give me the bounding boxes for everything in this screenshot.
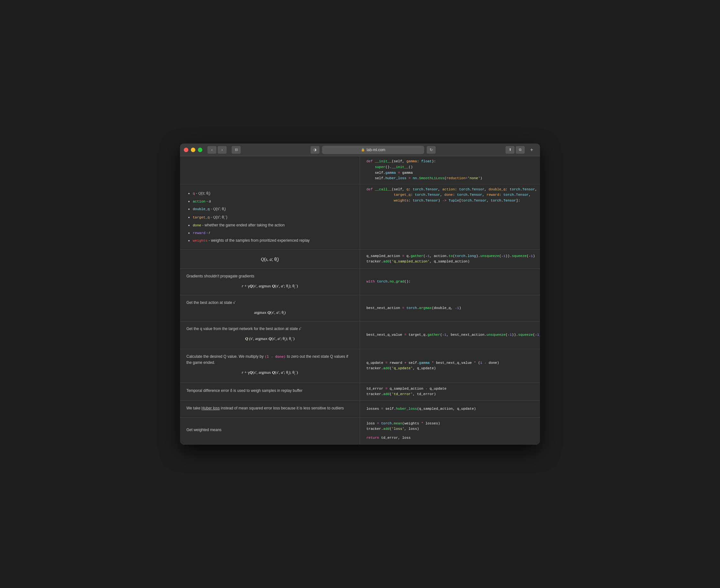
new-tab-button[interactable]: + xyxy=(527,146,536,154)
code-q-sa-1: q_sampled_action = q.gather(-1, action.t… xyxy=(366,253,534,259)
code-q-update-2: tracker.add('q_update', q_update) xyxy=(366,366,534,372)
formula-q-sa: Q(s, a; θi) xyxy=(186,254,353,264)
label-best-action: Get the best action at state s′ xyxy=(186,300,353,306)
row-best-action-left: Get the best action at state s′ argmax Q… xyxy=(180,295,360,321)
code-line-3: self.gamma = gamma xyxy=(366,170,534,176)
code-line-1: def __init__(self, gamma: float): xyxy=(366,159,534,165)
formula-best-action: argmax Q(s′, a′; θi) xyxy=(186,308,353,317)
row-target-q-right: best_next_q_value = target_q.gather(-1, … xyxy=(360,321,540,349)
code-td-error-2: tracker.add('td_error', td_error) xyxy=(366,392,534,397)
page-content: def __init__(self, gamma: float): super(… xyxy=(180,156,540,444)
row-weighted-mean: Get weighted means loss = torch.mean(wei… xyxy=(180,418,540,444)
code-return: return td_error, loss xyxy=(366,435,534,441)
code-target-q: best_next_q_value = target_q.gather(-1, … xyxy=(366,332,534,338)
row-no-grad-left: Gradients shouldn't propagate gradients … xyxy=(180,269,360,295)
param-q: q - Q(s; θi) xyxy=(193,189,353,197)
top-left-empty xyxy=(180,156,360,184)
row-weighted-mean-left: Get weighted means xyxy=(180,418,360,444)
code-line-4: self.huber_loss = nn.SmoothL1Loss(reduct… xyxy=(366,176,534,182)
row-q-sa-right: q_sampled_action = q.gather(-1, action.t… xyxy=(360,250,540,269)
formula-target-q: Q (s′, argmax Q(s′, a′; θi); θi−) xyxy=(186,334,353,344)
row-q-update-left: Calculate the desired Q value. We multip… xyxy=(180,349,360,382)
call-signature-code: def __call__(self, q: torch.Tensor, acti… xyxy=(360,184,540,249)
row-best-action: Get the best action at state s′ argmax Q… xyxy=(180,295,540,322)
code-q-update-1: q_update = reward + self.gamma * best_ne… xyxy=(366,360,534,366)
param-action: action - a xyxy=(193,197,353,205)
top-code-section: def __init__(self, gamma: float): super(… xyxy=(180,156,540,184)
param-done: done - whether the game ended after taki… xyxy=(193,221,353,229)
right-buttons: ⬆ ⧉ xyxy=(505,146,525,154)
init-code: def __init__(self, gamma: float): super(… xyxy=(360,156,540,184)
param-double-q: double_q - Q(s′; θi) xyxy=(193,205,353,213)
minimize-button[interactable] xyxy=(191,148,195,152)
forward-button[interactable]: › xyxy=(218,146,226,154)
formula-no-grad: r + γQ(s′, argmax Q(s′, a′; θi); θi−) xyxy=(186,281,353,291)
code-loss-mean-1: loss = torch.mean(weights * losses) xyxy=(366,421,534,427)
row-losses: We take Huber loss instead of mean squar… xyxy=(180,401,540,418)
call-line-2: target_q: torch.Tensor, done: torch.Tens… xyxy=(366,192,534,198)
sidebar-button[interactable]: ⊟ xyxy=(232,146,241,154)
row-no-grad: Gradients shouldn't propagate gradients … xyxy=(180,269,540,295)
label-td-error: Temporal difference error δ is used to w… xyxy=(186,388,353,394)
lock-icon: 🔒 xyxy=(361,148,365,151)
share-button[interactable]: ⬆ xyxy=(505,146,515,154)
row-td-error: Temporal difference error δ is used to w… xyxy=(180,383,540,401)
row-losses-right: losses = self.huber_loss(q_sampled_actio… xyxy=(360,401,540,417)
code-line-2: super().__init__() xyxy=(366,165,534,170)
param-weights: weights - weights of the samples from pr… xyxy=(193,237,353,244)
bullet-list: q - Q(s; θi) action - a double_q - Q(s′;… xyxy=(180,184,360,249)
titlebar: ‹ › ⊟ ◑ 🔒 lab-ml.com ↻ ⬆ ⧉ + xyxy=(180,144,540,156)
label-no-grad: Gradients shouldn't propagate gradients xyxy=(186,273,353,279)
row-target-q-left: Get the q value from the target network … xyxy=(180,321,360,349)
code-td-error-1: td_error = q_sampled_action - q_update xyxy=(366,386,534,392)
row-weighted-mean-right: loss = torch.mean(weights * losses) trac… xyxy=(360,418,540,444)
call-line-1: def __call__(self, q: torch.Tensor, acti… xyxy=(366,187,534,193)
label-q-update: Calculate the desired Q value. We multip… xyxy=(186,354,353,365)
label-target-q: Get the q value from the target network … xyxy=(186,326,353,332)
url-text: lab-ml.com xyxy=(367,148,385,152)
row-q-update: Calculate the desired Q value. We multip… xyxy=(180,349,540,383)
reload-button[interactable]: ↻ xyxy=(427,146,436,154)
traffic-lights xyxy=(184,148,202,152)
address-bar[interactable]: 🔒 lab-ml.com xyxy=(322,146,424,154)
row-q-sa-left: Q(s, a; θi) xyxy=(180,250,360,269)
nav-buttons: ‹ › xyxy=(207,146,226,154)
code-q-sa-2: tracker.add('q_sampled_action', q_sample… xyxy=(366,259,534,265)
close-button[interactable] xyxy=(184,148,188,152)
row-target-q: Get the q value from the target network … xyxy=(180,321,540,349)
row-td-error-left: Temporal difference error δ is used to w… xyxy=(180,383,360,400)
call-line-3: weights: torch.Tensor) -> Tuple[torch.Te… xyxy=(366,198,534,204)
row-losses-left: We take Huber loss instead of mean squar… xyxy=(180,401,360,417)
code-losses: losses = self.huber_loss(q_sampled_actio… xyxy=(366,406,534,412)
formula-q-update: r + γQ(s′, argmax Q(s′, a′; θi); θi−) xyxy=(186,368,353,378)
bullet-section: q - Q(s; θi) action - a double_q - Q(s′;… xyxy=(180,184,540,250)
privacy-button[interactable]: ◑ xyxy=(311,146,319,154)
maximize-button[interactable] xyxy=(198,148,202,152)
code-loss-mean-2: tracker.add('loss', loss) xyxy=(366,426,534,432)
browser-window: ‹ › ⊟ ◑ 🔒 lab-ml.com ↻ ⬆ ⧉ + def __init_… xyxy=(180,144,540,444)
row-q-sa: Q(s, a; θi) q_sampled_action = q.gather(… xyxy=(180,250,540,269)
back-button[interactable]: ‹ xyxy=(207,146,216,154)
row-no-grad-right: with torch.no_grad(): xyxy=(360,269,540,295)
param-target-q: target_q - Q(s′; θi−) xyxy=(193,213,353,221)
code-best-action: best_next_action = torch.argmax(double_q… xyxy=(366,306,534,311)
label-weighted-mean: Get weighted means xyxy=(186,427,353,433)
row-q-update-right: q_update = reward + self.gamma * best_ne… xyxy=(360,349,540,382)
parameter-list: q - Q(s; θi) action - a double_q - Q(s′;… xyxy=(186,189,353,244)
param-reward: reward - r xyxy=(193,229,353,237)
label-losses: We take Huber loss instead of mean squar… xyxy=(186,405,353,411)
address-bar-container: ◑ 🔒 lab-ml.com ↻ xyxy=(243,146,503,154)
code-no-grad: with torch.no_grad(): xyxy=(366,279,534,285)
row-td-error-right: td_error = q_sampled_action - q_update t… xyxy=(360,383,540,400)
row-best-action-right: best_next_action = torch.argmax(double_q… xyxy=(360,295,540,321)
new-window-button[interactable]: ⧉ xyxy=(516,146,525,154)
